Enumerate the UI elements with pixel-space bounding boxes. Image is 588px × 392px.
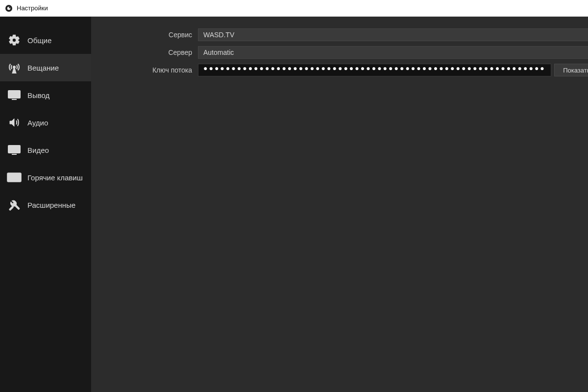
sidebar-item-hotkeys[interactable]: Горячие клавиш [0,164,91,191]
content-panel: Сервис WASD.TV Сервер Automatic [91,17,588,392]
server-value: Automatic [203,49,586,56]
streamkey-label: Ключ потока [95,66,198,74]
app-icon [5,4,13,12]
sidebar-item-general[interactable]: Общие [0,26,91,54]
svg-rect-6 [8,146,20,153]
sidebar-item-audio[interactable]: Аудио [0,109,91,136]
sidebar-item-label: Общие [27,36,51,45]
sidebar-item-video[interactable]: Видео [0,136,91,164]
row-service: Сервис WASD.TV [95,28,588,41]
server-select[interactable]: Automatic [198,46,588,59]
output-icon [7,89,22,101]
antenna-icon [7,62,22,74]
sidebar-item-label: Вывод [27,91,49,99]
streamkey-input[interactable]: ●●●●●●●●●●●●●●●●●●●●●●●●●●●●●●●●●●●●●●●●… [198,64,551,76]
sidebar-item-advanced[interactable]: Расширенные [0,191,91,219]
sidebar: Общие Вещание [0,17,91,392]
show-button[interactable]: Показать [554,64,588,76]
monitor-icon [7,144,22,156]
sidebar-item-label: Аудио [27,119,48,127]
sidebar-item-output[interactable]: Вывод [0,81,91,109]
sidebar-item-label: Вещание [27,64,59,72]
service-value: WASD.TV [203,31,586,39]
tools-icon [7,199,22,211]
server-label: Сервер [95,49,198,56]
titlebar: Настройки [0,0,588,17]
gear-icon [7,34,22,46]
keyboard-icon [7,172,22,183]
svg-rect-20 [9,206,13,210]
window-title: Настройки [17,4,48,12]
row-streamkey: Ключ потока ●●●●●●●●●●●●●●●●●●●●●●●●●●●●… [95,64,588,76]
speaker-icon [7,117,22,128]
service-label: Сервис [95,31,198,39]
row-server: Сервер Automatic [95,46,588,59]
sidebar-item-label: Расширенные [27,201,75,209]
service-select[interactable]: WASD.TV [198,28,588,41]
sidebar-item-label: Видео [27,146,49,154]
sidebar-item-stream[interactable]: Вещание [0,54,91,81]
sidebar-item-label: Горячие клавиш [27,173,83,182]
svg-point-2 [9,7,10,8]
app-body: Общие Вещание [0,17,588,392]
